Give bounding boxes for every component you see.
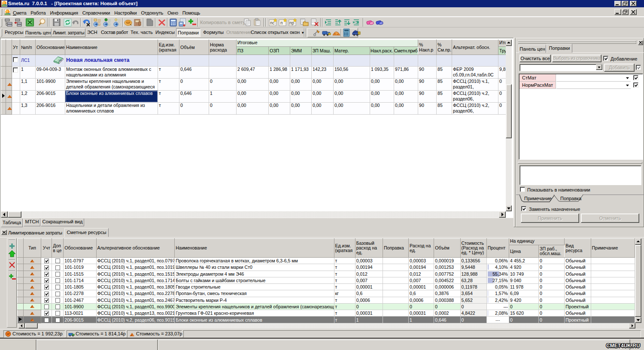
svg-text:пр: пр <box>289 21 294 25</box>
svg-text:пс: пс <box>270 21 274 25</box>
svg-text:Примечание: Примечание <box>524 196 552 201</box>
svg-text:Поправка: Поправка <box>560 196 582 201</box>
svg-text:п: п <box>280 21 283 25</box>
